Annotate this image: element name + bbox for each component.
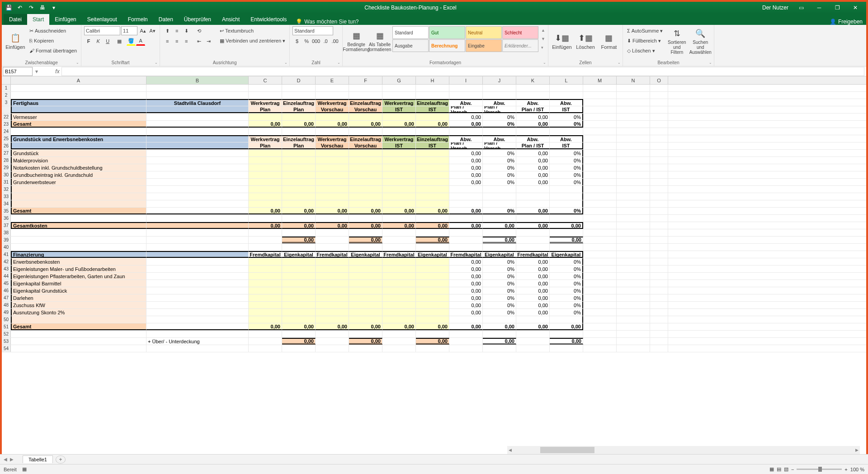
col-header-G[interactable]: G (382, 76, 416, 84)
cell-G51[interactable]: 0,00 (382, 323, 416, 330)
cell-I50[interactable] (449, 316, 483, 323)
copy-button[interactable]: ⎘Kopieren (28, 36, 78, 45)
cell-L25[interactable]: Abw. (550, 135, 583, 142)
cell-D30[interactable] (282, 171, 316, 178)
cell-C42[interactable] (249, 258, 282, 265)
cell-I26[interactable]: Plan / Vorsch. (449, 142, 483, 149)
cell-G42[interactable] (382, 258, 416, 265)
cell-F53[interactable]: 0,00 (349, 338, 382, 345)
cell-N54[interactable] (617, 345, 650, 352)
cell-D3[interactable]: Einzelauftrag (282, 99, 316, 106)
cell-A35[interactable]: Gesamt (11, 208, 146, 214)
cell-G52[interactable] (382, 331, 416, 337)
cell-E47[interactable] (316, 294, 349, 301)
cell-C38[interactable] (249, 229, 282, 236)
cell-N47[interactable] (617, 294, 650, 301)
cell-N50[interactable] (617, 316, 650, 323)
cell-N26[interactable] (617, 142, 650, 149)
cell-L27[interactable]: 0% (550, 150, 583, 156)
autosum-button[interactable]: ΣAutoSumme▾ (626, 26, 664, 35)
cell-A40[interactable] (11, 244, 146, 251)
style-bad[interactable]: Schlecht (502, 26, 538, 39)
cell-F42[interactable] (349, 258, 382, 265)
cell-K43[interactable]: 0,00 (516, 265, 550, 272)
cell-I45[interactable]: 0,00 (449, 280, 483, 287)
cell-E52[interactable] (316, 331, 349, 337)
cell-I39[interactable] (449, 237, 483, 243)
cell-E45[interactable] (316, 280, 349, 287)
cell-I41[interactable]: Fremdkapital (449, 251, 483, 258)
cell-D50[interactable] (282, 316, 316, 323)
cell-H44[interactable] (416, 273, 449, 280)
cell-O32[interactable] (650, 186, 668, 193)
cell-G40[interactable] (382, 244, 416, 251)
cell-H23[interactable]: 0,00 (416, 121, 449, 128)
cell-J22[interactable]: 0% (483, 114, 516, 120)
row-header[interactable]: 2 (2, 92, 11, 99)
cell-A45[interactable]: Eigenkapital Barmittel (11, 280, 146, 287)
tab-view[interactable]: Ansicht (217, 14, 245, 25)
cell-B45[interactable] (146, 280, 249, 287)
cell-G53[interactable] (382, 338, 416, 345)
cell-H26[interactable]: IST (416, 142, 449, 149)
cell-K22[interactable]: 0,00 (516, 114, 550, 120)
cell-C50[interactable] (249, 316, 282, 323)
cell-A42[interactable]: Erwerbsnebenkosten (11, 258, 146, 265)
cell-I43[interactable]: 0,00 (449, 265, 483, 272)
row-header[interactable]: 42 (2, 258, 11, 265)
cell-A23[interactable]: Gesamt (11, 121, 146, 128)
cell-A27[interactable]: Grundstück (11, 150, 146, 156)
cell-E34[interactable] (316, 200, 349, 207)
cell-L51[interactable]: 0,00 (550, 323, 583, 330)
cell-H49[interactable] (416, 309, 449, 316)
cell-F47[interactable] (349, 294, 382, 301)
cell-E32[interactable] (316, 186, 349, 193)
cell-C36[interactable] (249, 215, 282, 222)
cell-O34[interactable] (650, 200, 668, 207)
cell-D44[interactable] (282, 273, 316, 280)
align-middle-icon[interactable]: ≡ (172, 26, 181, 35)
cell-C48[interactable] (249, 302, 282, 308)
row-header[interactable]: 45 (2, 280, 11, 287)
cell-C32[interactable] (249, 186, 282, 193)
tab-insert[interactable]: Einfügen (49, 14, 81, 25)
cell-C52[interactable] (249, 331, 282, 337)
sheet-nav-next-icon[interactable]: ▶ (10, 457, 14, 462)
cell-F22[interactable] (349, 114, 382, 120)
cell-A52[interactable] (11, 331, 146, 337)
cell-M3[interactable] (583, 99, 617, 106)
view-normal-icon[interactable]: ▦ (769, 466, 774, 472)
cell-M45[interactable] (583, 280, 617, 287)
cell-M54[interactable] (583, 345, 617, 352)
cell-K40[interactable] (516, 244, 550, 251)
cell-A47[interactable]: Darlehen (11, 294, 146, 301)
delete-cells-button[interactable]: ⬆▦Löschen (575, 26, 596, 56)
clear-button[interactable]: ◇Löschen▾ (626, 46, 664, 55)
row-header[interactable]: 39 (2, 237, 11, 243)
cell-A36[interactable] (11, 215, 146, 222)
cell-O52[interactable] (650, 331, 668, 337)
cell-O47[interactable] (650, 294, 668, 301)
cell-I40[interactable] (449, 244, 483, 251)
cell-O40[interactable] (650, 244, 668, 251)
row-header[interactable]: 49 (2, 309, 11, 316)
cell-L45[interactable]: 0% (550, 280, 583, 287)
cell-G2[interactable] (382, 92, 416, 99)
cell-B23[interactable] (146, 121, 249, 128)
cell-E39[interactable] (316, 237, 349, 243)
cell-O42[interactable] (650, 258, 668, 265)
cell-C49[interactable] (249, 309, 282, 316)
cell-O45[interactable] (650, 280, 668, 287)
cell-C41[interactable]: Fremdkapital (249, 251, 282, 258)
cell-J54[interactable] (483, 345, 516, 352)
cell-A32[interactable] (11, 186, 146, 193)
cell-K26[interactable]: Plan / IST (516, 142, 550, 149)
align-top-icon[interactable]: ⬆ (163, 26, 172, 35)
sheet-nav-prev-icon[interactable]: ◀ (4, 457, 7, 462)
cell-L30[interactable]: 0% (550, 171, 583, 178)
style-good[interactable]: Gut (429, 26, 465, 39)
cell-K2[interactable] (516, 92, 550, 99)
cell-G38[interactable] (382, 229, 416, 236)
col-header-L[interactable]: L (550, 76, 583, 84)
cell-O33[interactable] (650, 193, 668, 200)
